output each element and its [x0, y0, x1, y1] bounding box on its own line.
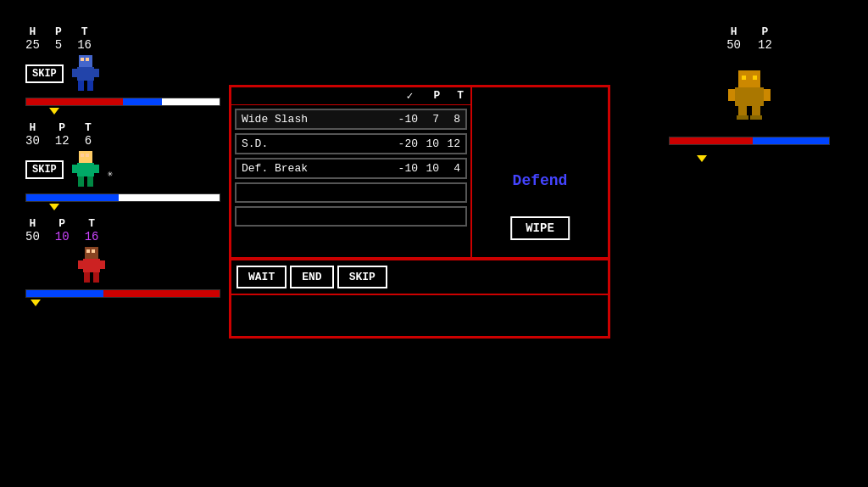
hp-bar-3 — [25, 289, 220, 298]
svg-rect-22 — [84, 272, 90, 283]
end-button[interactable]: END — [290, 266, 333, 288]
message-panel — [231, 294, 608, 336]
enemy-sprite — [728, 69, 771, 120]
t-val-2: 6 — [85, 134, 92, 148]
character-sprite-1 — [70, 55, 101, 92]
svg-rect-21 — [100, 260, 105, 269]
h-label-3: H — [30, 217, 36, 230]
skills-panel: ✓ P T Wide Slash -10 7 8 S.D. -20 10 12 … — [231, 87, 472, 257]
turn-arrow-1 — [49, 108, 59, 115]
enemy-p-label: P — [762, 25, 769, 38]
enemy-h-val: 50 — [726, 38, 741, 52]
skill-cost-1: -20 — [388, 137, 418, 150]
skill-p-2: 10 — [418, 162, 439, 175]
svg-rect-18 — [92, 249, 95, 253]
enemy-area — [656, 69, 843, 120]
svg-rect-2 — [86, 58, 89, 61]
svg-rect-32 — [737, 115, 748, 120]
h-label-2: H — [30, 121, 36, 134]
svg-rect-24 — [738, 70, 760, 87]
defend-text: Defend — [513, 172, 568, 189]
skill-t-2: 4 — [439, 162, 460, 175]
svg-rect-27 — [735, 87, 764, 106]
left-party-panel: H 25 P 5 T 16 SKIP — [25, 25, 237, 313]
bottom-buttons: WAIT END SKIP — [231, 259, 608, 294]
t-label-1: T — [81, 25, 88, 38]
svg-rect-26 — [753, 76, 757, 80]
p-label-2: P — [58, 121, 65, 134]
wipe-button[interactable]: WIPE — [510, 216, 570, 240]
party-member-1: H 25 P 5 T 16 SKIP — [25, 25, 237, 106]
svg-rect-23 — [93, 272, 99, 283]
enemy-hp-bar — [669, 137, 830, 145]
svg-rect-33 — [750, 115, 762, 120]
t-label-3: T — [88, 217, 95, 230]
skill-name-1: S.D. — [242, 137, 388, 150]
skip-action-button[interactable]: SKIP — [337, 266, 387, 288]
wait-button[interactable]: WAIT — [236, 266, 287, 288]
battle-menu: ✓ P T Wide Slash -10 7 8 S.D. -20 10 12 … — [229, 85, 610, 339]
skill-row-3 — [235, 182, 467, 203]
hp-bar-1 — [25, 98, 220, 106]
skill-cost-0: -10 — [388, 113, 418, 126]
t-val-3: 16 — [85, 230, 99, 244]
svg-rect-14 — [78, 176, 84, 187]
skill-name-2: Def. Break — [242, 162, 388, 175]
character-sprite-3 — [76, 247, 107, 284]
party-member-3: H 50 P 10 T 16 — [25, 217, 237, 298]
skills-header: ✓ P T — [231, 87, 470, 105]
t-val-1: 16 — [77, 38, 92, 52]
t-header: T — [457, 89, 464, 103]
enemy-p-val: 12 — [758, 38, 772, 52]
p-val-1: 5 — [55, 38, 62, 52]
target-panel: Defend WIPE — [472, 87, 608, 257]
h-val-3: 50 — [25, 230, 40, 244]
svg-rect-25 — [742, 76, 746, 80]
hp-bar-2 — [25, 193, 220, 202]
svg-rect-20 — [78, 260, 83, 269]
skip-button-1[interactable]: SKIP — [25, 64, 64, 83]
p-header: P — [433, 89, 440, 103]
turn-arrow-3 — [31, 299, 41, 306]
action-panel: ✓ P T Wide Slash -10 7 8 S.D. -20 10 12 … — [231, 87, 608, 259]
skill-p-0: 7 — [418, 113, 439, 126]
skill-row-4 — [235, 206, 467, 227]
svg-rect-5 — [94, 69, 99, 77]
skill-row-0[interactable]: Wide Slash -10 7 8 — [235, 109, 467, 130]
svg-rect-7 — [87, 81, 93, 91]
skill-cost-2: -10 — [388, 162, 418, 175]
p-val-3: 10 — [55, 230, 70, 244]
skill-row-1[interactable]: S.D. -20 10 12 — [235, 133, 467, 154]
enemy-turn-arrow — [697, 155, 707, 162]
svg-rect-4 — [72, 69, 77, 77]
checkmark-icon: ✓ — [407, 89, 414, 103]
p-label-1: P — [55, 25, 62, 38]
svg-rect-15 — [87, 176, 93, 187]
p-label-3: P — [58, 217, 65, 230]
t-label-2: T — [85, 121, 92, 134]
skill-t-0: 8 — [439, 113, 460, 126]
enemy-h-label: H — [731, 25, 737, 38]
p-val-2: 12 — [55, 134, 70, 148]
svg-rect-6 — [78, 81, 84, 91]
skip-button-2[interactable]: SKIP — [25, 160, 64, 179]
svg-rect-9 — [81, 154, 84, 157]
svg-rect-3 — [77, 67, 94, 81]
svg-rect-29 — [764, 89, 771, 101]
svg-rect-11 — [77, 163, 94, 176]
right-enemy-panel: H 50 P 12 — [656, 25, 843, 154]
character-sprite-2 — [70, 151, 101, 188]
status-icon-2: ✳ — [108, 168, 114, 179]
h-val-1: 25 — [25, 38, 40, 52]
enemy-stats-row: H 50 P 12 — [656, 25, 843, 52]
svg-rect-13 — [94, 165, 99, 173]
skill-p-1: 10 — [418, 137, 439, 150]
skill-t-1: 12 — [439, 137, 460, 150]
skill-row-2[interactable]: Def. Break -10 10 4 — [235, 158, 467, 179]
svg-rect-12 — [72, 165, 77, 173]
svg-rect-1 — [81, 58, 84, 61]
turn-arrow-2 — [49, 204, 59, 210]
h-label-1: H — [30, 25, 36, 38]
svg-rect-17 — [86, 249, 90, 253]
svg-rect-19 — [83, 259, 100, 272]
